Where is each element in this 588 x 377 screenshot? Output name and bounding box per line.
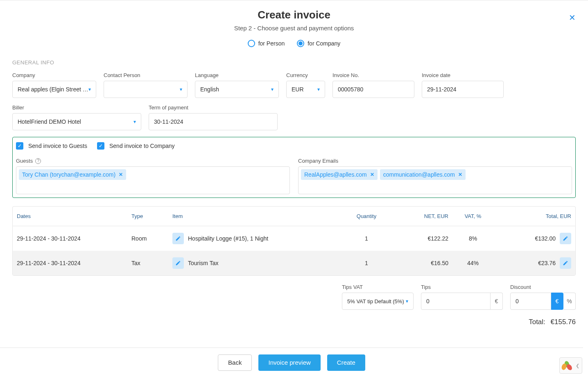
grand-total-value: €155.76 (551, 318, 576, 326)
radio-icon (297, 40, 304, 47)
input-term-of-payment[interactable]: 30-11-2024 (149, 113, 278, 130)
select-tips-vat[interactable]: 5% VAT tip Default (5%) ▾ (342, 293, 414, 310)
invoice-preview-button[interactable]: Invoice preview (258, 354, 320, 371)
cell-type: Tax (131, 260, 172, 266)
select-language[interactable]: English ▾ (195, 81, 279, 98)
chevron-down-icon: ▾ (88, 86, 91, 92)
pencil-icon (563, 236, 568, 241)
select-value: 5% VAT tip Default (5%) (347, 298, 404, 304)
edit-item-button[interactable] (172, 233, 184, 244)
grand-total-label: Total: (529, 318, 545, 326)
checkbox-label: Send invoice to Company (109, 143, 175, 149)
pencil-icon (175, 260, 181, 266)
input-tips[interactable]: 0 (421, 293, 491, 310)
unit-eur: € (491, 293, 503, 310)
cell-total: €132.00 (535, 235, 556, 242)
cell-total: €23.76 (538, 260, 556, 266)
select-contact-person[interactable]: ▾ (104, 81, 188, 98)
input-invoice-no[interactable]: 00005780 (332, 81, 414, 98)
input-value: 0 (426, 298, 430, 304)
select-value: Real apples (Elgin Street ON (18, 86, 88, 93)
radio-icon (248, 40, 255, 47)
th-quantity: Quantity (342, 213, 391, 219)
checkmark-icon: ✓ (97, 142, 104, 150)
cell-vat: 44% (448, 260, 498, 266)
chevron-down-icon: ▾ (133, 119, 136, 125)
chip-text: RealApples@aplles.com (304, 171, 367, 178)
tag-input-guests[interactable]: Tory Chan (torychan@example.com) ✕ (16, 166, 290, 194)
chip-email: RealApples@aplles.com ✕ (301, 169, 378, 180)
chevron-down-icon: ▾ (317, 86, 320, 92)
select-currency[interactable]: EUR ▾ (286, 81, 325, 98)
table-row: 29-11-2024 - 30-11-2024 Tax Tourism Tax … (13, 251, 575, 275)
th-type: Type (131, 213, 172, 219)
send-options-box: ✓ Send invoice to Guests ✓ Send invoice … (12, 137, 576, 198)
chevron-down-icon: ▾ (271, 86, 274, 92)
chip-remove-icon[interactable]: ✕ (458, 172, 462, 177)
select-value: English (200, 86, 219, 93)
checkbox-label: Send invoice to Guests (28, 143, 87, 149)
cell-net: €16.50 (391, 260, 448, 266)
select-biller[interactable]: HotelFriend DEMO Hotel ▾ (12, 113, 141, 130)
label-currency: Currency (286, 72, 325, 78)
chip-text: communication@aplles.com (383, 171, 455, 178)
label-contact-person: Contact Person (104, 72, 188, 78)
chip-text: Tory Chan (torychan@example.com) (22, 171, 115, 178)
cell-dates: 29-11-2024 - 30-11-2024 (17, 260, 131, 266)
cell-quantity: 1 (342, 260, 391, 266)
select-value: HotelFriend DEMO Hotel (18, 118, 81, 125)
section-general-info: GENERAL INFO (12, 59, 576, 66)
label-guests: Guests (16, 158, 33, 164)
th-total: Total, EUR (498, 213, 571, 219)
edit-item-button[interactable] (172, 257, 184, 269)
checkmark-icon: ✓ (16, 142, 23, 150)
table-header-row: Dates Type Item Quantity NET, EUR VAT, %… (13, 207, 575, 226)
label-invoice-no: Invoice No. (332, 72, 414, 78)
input-value: 30-11-2024 (154, 118, 183, 125)
input-discount[interactable]: 0 (510, 293, 551, 310)
label-invoice-date: Invoice date (422, 72, 504, 78)
input-value: 0 (516, 298, 519, 304)
discount-unit-eur-button[interactable]: € (551, 293, 563, 310)
pencil-icon (175, 236, 181, 241)
logo-icon (562, 361, 571, 370)
label-discount: Discount (510, 284, 576, 290)
chip-guest: Tory Chan (torychan@example.com) ✕ (19, 169, 126, 180)
label-company: Company (12, 72, 96, 78)
th-dates: Dates (17, 213, 131, 219)
cell-quantity: 1 (342, 235, 391, 242)
chip-remove-icon[interactable]: ✕ (370, 172, 374, 177)
tag-input-company-emails[interactable]: RealApples@aplles.com ✕ communication@ap… (298, 166, 572, 194)
radio-for-company[interactable]: for Company (297, 40, 340, 47)
help-widget[interactable]: ❮ (559, 357, 582, 374)
label-tips: Tips (421, 284, 503, 290)
cell-net: €122.22 (391, 235, 448, 242)
cell-item: Tourism Tax (188, 260, 218, 266)
input-invoice-date[interactable]: 29-11-2024 (422, 81, 504, 98)
help-icon[interactable]: ? (35, 158, 41, 164)
checkbox-send-to-guests[interactable]: ✓ Send invoice to Guests (16, 142, 87, 150)
page-title: Create invoice (12, 9, 576, 21)
cell-type: Room (131, 235, 172, 242)
footer-bar: Back Invoice preview Create (0, 347, 583, 377)
select-company[interactable]: Real apples (Elgin Street ON ▾ (12, 81, 96, 98)
edit-row-button[interactable] (560, 257, 571, 269)
create-button[interactable]: Create (327, 354, 365, 371)
back-button[interactable]: Back (218, 354, 252, 371)
page-subtitle: Step 2 - Choose guest and payment option… (12, 25, 576, 32)
label-term-of-payment: Term of payment (149, 104, 278, 111)
input-value: 00005780 (338, 86, 363, 93)
edit-row-button[interactable] (560, 233, 571, 244)
close-icon[interactable]: ✕ (569, 13, 576, 23)
label-company-emails: Company Emails (298, 158, 338, 164)
radio-for-person[interactable]: for Person (248, 40, 285, 47)
th-net: NET, EUR (391, 213, 448, 219)
line-items-table: Dates Type Item Quantity NET, EUR VAT, %… (12, 206, 576, 276)
checkbox-send-to-company[interactable]: ✓ Send invoice to Company (97, 142, 175, 150)
cell-vat: 8% (448, 235, 498, 242)
chevron-left-icon: ❮ (576, 363, 579, 368)
th-item: Item (172, 213, 342, 219)
chip-remove-icon[interactable]: ✕ (119, 172, 123, 177)
radio-label: for Person (258, 40, 285, 47)
discount-unit-pct-button[interactable]: % (563, 293, 576, 310)
